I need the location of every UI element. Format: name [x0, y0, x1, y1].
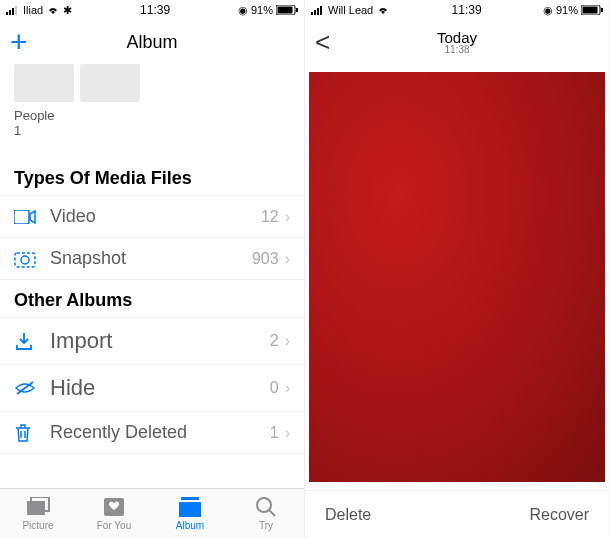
tab-search[interactable]: Try — [228, 489, 304, 538]
snapshot-label: Snapshot — [50, 248, 252, 269]
status-time: 11:39 — [452, 3, 482, 17]
svg-rect-7 — [14, 210, 29, 224]
album-thumb[interactable] — [80, 64, 140, 102]
hide-label: Hide — [50, 375, 270, 401]
people-label: People — [0, 108, 304, 123]
wifi-icon — [376, 5, 390, 15]
add-button[interactable]: + — [10, 25, 28, 59]
svg-rect-23 — [583, 7, 598, 14]
chevron-right-icon: › — [285, 250, 290, 268]
carrier-label: Will Lead — [328, 4, 373, 16]
chevron-left-icon: < — [315, 27, 330, 58]
chevron-right-icon: › — [285, 424, 290, 442]
people-count: 1 — [0, 123, 304, 158]
svg-rect-24 — [601, 8, 603, 12]
media-section-header: Types Of Media Files — [0, 158, 304, 195]
albums-screen: Iliad ✱ 11:39 ◉ 91% + Album People 1 Typ… — [0, 0, 305, 538]
svg-point-16 — [257, 498, 271, 512]
svg-rect-20 — [317, 8, 319, 15]
chevron-right-icon: › — [285, 332, 290, 350]
other-section-header: Other Albums — [0, 280, 304, 317]
tab-picture-label: Picture — [22, 520, 53, 531]
tab-album[interactable]: Album — [152, 489, 228, 538]
recover-button[interactable]: Recover — [529, 506, 589, 524]
svg-rect-8 — [15, 253, 35, 267]
snapshot-row[interactable]: Snapshot 903 › — [0, 238, 304, 280]
delete-button[interactable]: Delete — [325, 506, 371, 524]
plus-icon: + — [10, 25, 28, 59]
svg-rect-15 — [179, 502, 201, 517]
signal-icon — [6, 5, 20, 15]
video-icon — [14, 210, 38, 224]
alarm-icon: ◉ — [238, 4, 248, 17]
search-icon — [255, 496, 277, 518]
status-bar: Will Lead 11:39 ◉ 91% — [305, 0, 609, 20]
signal-icon — [311, 5, 325, 15]
svg-rect-2 — [12, 8, 14, 15]
svg-rect-11 — [27, 501, 45, 515]
svg-point-9 — [21, 256, 29, 264]
tab-foryou-label: For You — [97, 520, 131, 531]
hide-count: 0 — [270, 379, 279, 397]
album-icon — [177, 496, 203, 518]
tab-search-label: Try — [259, 520, 273, 531]
carrier-label: Iliad — [23, 4, 43, 16]
back-button[interactable]: < — [315, 27, 330, 58]
snapshot-count: 903 — [252, 250, 279, 268]
import-label: Import — [50, 328, 270, 354]
deleted-row[interactable]: Recently Deleted 1 › — [0, 412, 304, 454]
foryou-icon — [103, 496, 125, 518]
tab-foryou[interactable]: For You — [76, 489, 152, 538]
tab-picture[interactable]: Picture — [0, 489, 76, 538]
tab-bar: Picture For You Album Try — [0, 488, 304, 538]
video-row[interactable]: Video 12 › — [0, 195, 304, 238]
photo-screen: Will Lead 11:39 ◉ 91% < Today 11:38 Dele… — [305, 0, 610, 538]
video-count: 12 — [261, 208, 279, 226]
hide-row[interactable]: Hide 0 › — [0, 365, 304, 412]
svg-rect-19 — [314, 10, 316, 15]
trash-icon — [14, 423, 38, 443]
svg-rect-0 — [6, 12, 8, 15]
deleted-label: Recently Deleted — [50, 422, 270, 443]
alarm-icon: ◉ — [543, 4, 553, 17]
chevron-right-icon: › — [285, 379, 290, 397]
svg-rect-18 — [311, 12, 313, 15]
picture-icon — [25, 496, 51, 518]
svg-rect-6 — [296, 8, 298, 12]
chevron-right-icon: › — [285, 208, 290, 226]
album-thumb[interactable] — [14, 64, 74, 102]
svg-rect-21 — [320, 6, 322, 15]
nav-title: Album — [126, 32, 177, 53]
import-row[interactable]: Import 2 › — [0, 317, 304, 365]
svg-rect-1 — [9, 10, 11, 15]
wifi-icon — [46, 5, 60, 15]
hide-icon — [14, 380, 38, 396]
snapshot-icon — [14, 250, 38, 268]
nav-subtitle: 11:38 — [444, 44, 469, 55]
tab-album-label: Album — [176, 520, 204, 531]
nav-bar: < Today 11:38 — [305, 20, 609, 64]
status-bar: Iliad ✱ 11:39 ◉ 91% — [0, 0, 304, 20]
import-count: 2 — [270, 332, 279, 350]
video-label: Video — [50, 206, 261, 227]
album-thumbs — [0, 64, 304, 108]
import-icon — [14, 331, 38, 351]
svg-line-17 — [269, 510, 275, 516]
action-bar: Delete Recover — [305, 490, 609, 538]
status-time: 11:39 — [140, 3, 170, 17]
albums-content: People 1 Types Of Media Files Video 12 ›… — [0, 64, 304, 488]
battery-icon — [276, 5, 298, 15]
photo-preview[interactable] — [309, 72, 605, 482]
nav-bar: + Album — [0, 20, 304, 64]
svg-rect-14 — [181, 497, 199, 500]
loading-icon: ✱ — [63, 4, 72, 17]
svg-rect-5 — [278, 7, 293, 14]
deleted-count: 1 — [270, 424, 279, 442]
battery-icon — [581, 5, 603, 15]
battery-percent: 91% — [251, 4, 273, 16]
svg-rect-3 — [15, 6, 17, 15]
battery-percent: 91% — [556, 4, 578, 16]
